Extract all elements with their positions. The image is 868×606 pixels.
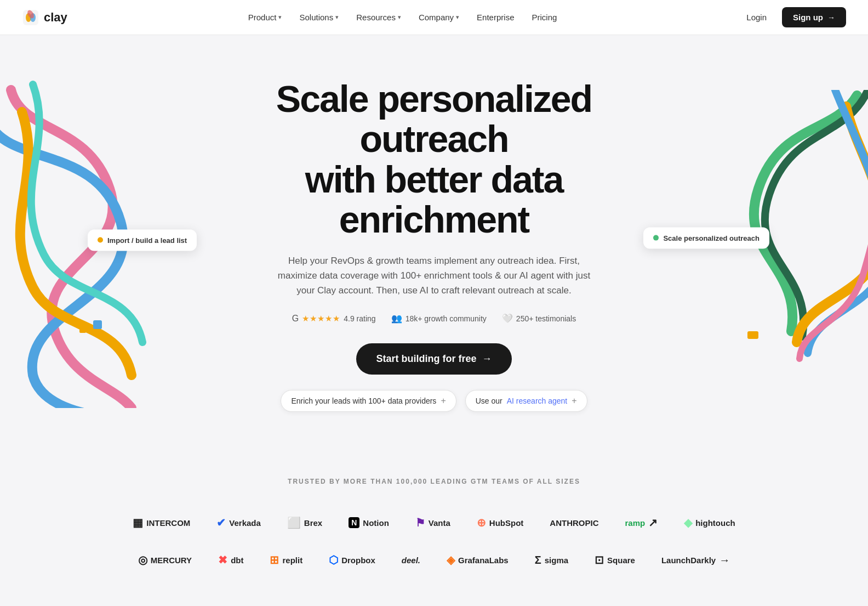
logo-dropbox: ⬡ Dropbox: [316, 547, 389, 573]
logo-vanta: ⚑ Vanta: [402, 509, 464, 536]
nav-enterprise[interactable]: Enterprise: [469, 8, 522, 26]
logos-row-2: ◎ MERCURY ✖ dbt ⊞ replit ⬡ Dropbox deel.…: [22, 547, 846, 573]
logo-anthropic: ANTHROPIC: [536, 512, 612, 534]
logo-sigma: Σ sigma: [522, 547, 581, 573]
nav-product[interactable]: Product ▾: [241, 8, 290, 26]
trusted-label: TRUSTED BY MORE THAN 100,000 LEADING GTM…: [22, 478, 846, 485]
hero-title: Scale personalized outreach with better …: [226, 79, 642, 240]
arrow-icon: →: [827, 13, 835, 22]
card-dot: [653, 235, 659, 241]
logo-intercom: ▦ INTERCOM: [119, 509, 203, 536]
chevron-icon: ▾: [335, 14, 339, 21]
g2-icon: G: [292, 314, 299, 324]
logo-dbt: ✖ dbt: [205, 547, 256, 573]
logo-launchdarkly: LaunchDarkly →: [648, 547, 743, 573]
logo-hubspot: ⊕ HubSpot: [464, 509, 536, 536]
svg-rect-5: [79, 329, 86, 333]
logo-replit: ⊞ replit: [256, 547, 316, 573]
logo-square: ⊡ Square: [581, 547, 648, 573]
card-dot: [98, 237, 103, 243]
enrich-pill[interactable]: Enrich your leads with 100+ data provide…: [281, 390, 456, 412]
nav-solutions[interactable]: Solutions ▾: [292, 8, 346, 26]
float-card-outreach: Scale personalized outreach: [643, 227, 769, 248]
logo[interactable]: clay: [22, 9, 67, 26]
hero-content: Scale personalized outreach with better …: [226, 79, 642, 412]
chevron-icon: ▾: [398, 14, 401, 21]
nav-actions: Login Sign up →: [738, 7, 846, 27]
arrow-icon: →: [482, 353, 492, 365]
nav-resources[interactable]: Resources ▾: [349, 8, 409, 26]
hero-subtitle: Help your RevOps & growth teams implemen…: [275, 253, 593, 298]
nav-pricing[interactable]: Pricing: [524, 8, 564, 26]
heart-icon: 🤍: [502, 313, 513, 324]
logo-hightouch: ◆ hightouch: [671, 509, 748, 536]
logo-notion: N Notion: [335, 511, 402, 535]
logo-mercury: ◎ MERCURY: [125, 547, 205, 573]
rating-stat: G ★★★★★ 4.9 rating: [292, 314, 376, 324]
community-icon: 👥: [391, 313, 402, 324]
logo-deel: deel.: [389, 549, 433, 571]
feature-pills: Enrich your leads with 100+ data provide…: [226, 390, 642, 412]
ai-pill[interactable]: Use our AI research agent +: [465, 390, 587, 412]
plus-icon: +: [572, 396, 576, 406]
trusted-section: TRUSTED BY MORE THAN 100,000 LEADING GTM…: [0, 445, 868, 606]
hero-stats: G ★★★★★ 4.9 rating 👥 18k+ growth communi…: [226, 313, 642, 324]
hero-section: Import / build a lead list Scale persona…: [0, 35, 868, 445]
nav-company[interactable]: Company ▾: [411, 8, 467, 26]
nav-links: Product ▾ Solutions ▾ Resources ▾ Compan…: [241, 8, 565, 26]
svg-rect-4: [93, 320, 102, 329]
start-building-button[interactable]: Start building for free →: [356, 343, 511, 375]
float-card-lead-list: Import / build a lead list: [88, 229, 197, 251]
logo-ramp: ramp ↗: [612, 509, 671, 536]
community-stat: 👥 18k+ growth community: [391, 313, 487, 324]
chevron-icon: ▾: [456, 14, 459, 21]
login-button[interactable]: Login: [738, 8, 775, 26]
logo-brex: ⬜ Brex: [274, 509, 335, 536]
svg-rect-6: [747, 331, 758, 339]
testimonials-stat: 🤍 250+ testimonials: [502, 313, 576, 324]
logo-text: clay: [44, 10, 67, 25]
chevron-icon: ▾: [278, 14, 282, 21]
navbar: clay Product ▾ Solutions ▾ Resources ▾ C…: [0, 0, 868, 35]
logo-grafana: ◈ GrafanaLabs: [433, 547, 522, 573]
plus-icon: +: [441, 396, 446, 406]
signup-button[interactable]: Sign up →: [782, 7, 846, 27]
logo-verkada: ✔ Verkada: [203, 509, 274, 536]
logos-row-1: ▦ INTERCOM ✔ Verkada ⬜ Brex N Notion ⚑ V…: [22, 509, 846, 536]
